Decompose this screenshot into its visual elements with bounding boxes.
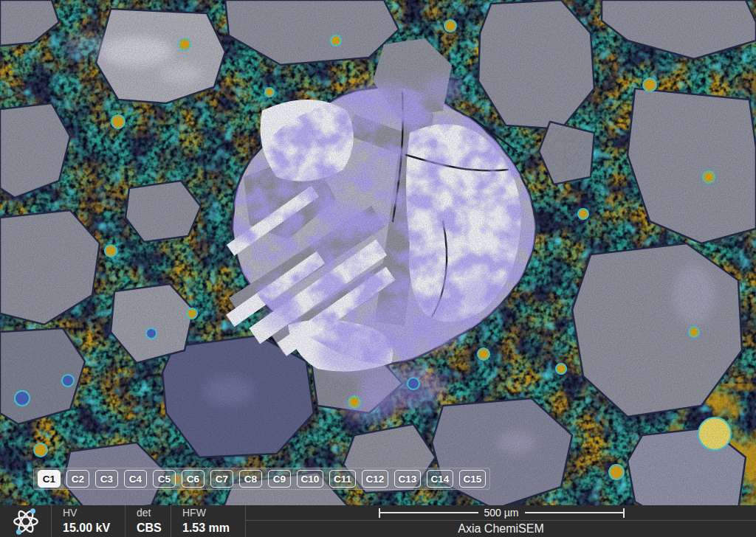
hfw-field: HFW 1.53 mm	[171, 505, 246, 537]
channel-bar: C1 C2 C3 C4 C5 C6 C7 C8 C9 C10 C11 C12 C…	[33, 468, 490, 490]
channel-button-c14[interactable]: C14	[427, 470, 453, 488]
channel-button-c15[interactable]: C15	[459, 470, 486, 488]
channel-button-c10[interactable]: C10	[297, 470, 323, 488]
channel-button-c7[interactable]: C7	[210, 470, 233, 488]
hfw-value: 1.53 mm	[182, 522, 241, 534]
channel-button-c1[interactable]: C1	[38, 470, 61, 488]
channel-button-c6[interactable]: C6	[182, 470, 205, 488]
logo-cell	[0, 505, 52, 537]
scalebar-label: 500 µm	[478, 506, 525, 519]
channel-button-c4[interactable]: C4	[124, 470, 147, 488]
detector-value: CBS	[137, 522, 166, 534]
scalebar-right-tick	[623, 508, 625, 518]
hv-value: 15.00 kV	[63, 522, 120, 534]
micrograph[interactable]	[0, 0, 756, 537]
channel-button-c5[interactable]: C5	[153, 470, 176, 488]
hfw-label: HFW	[182, 507, 241, 519]
film-grain-overlay	[0, 0, 756, 537]
databar-right: 500 µm Axia ChemiSEM	[246, 505, 756, 537]
channel-button-c12[interactable]: C12	[362, 470, 388, 488]
channel-button-c8[interactable]: C8	[239, 470, 262, 488]
hv-field: HV 15.00 kV	[52, 505, 126, 537]
brand-label: Axia ChemiSEM	[246, 521, 756, 537]
scalebar: 500 µm	[379, 505, 625, 520]
channel-button-c13[interactable]: C13	[394, 470, 421, 488]
hv-label: HV	[63, 507, 120, 519]
detector-label: det	[137, 507, 166, 519]
channel-button-c9[interactable]: C9	[268, 470, 291, 488]
channel-button-c2[interactable]: C2	[66, 470, 89, 488]
detector-field: det CBS	[126, 505, 171, 537]
channel-button-c3[interactable]: C3	[95, 470, 118, 488]
channel-button-c11[interactable]: C11	[329, 470, 356, 488]
scalebar-line	[380, 512, 478, 513]
scalebar-line	[525, 512, 623, 513]
scalebar-row: 500 µm	[246, 505, 756, 521]
databar: HV 15.00 kV det CBS HFW 1.53 mm 500 µm A…	[0, 505, 756, 537]
chemisem-window: C1 C2 C3 C4 C5 C6 C7 C8 C9 C10 C11 C12 C…	[0, 0, 756, 537]
atom-icon	[10, 506, 41, 537]
